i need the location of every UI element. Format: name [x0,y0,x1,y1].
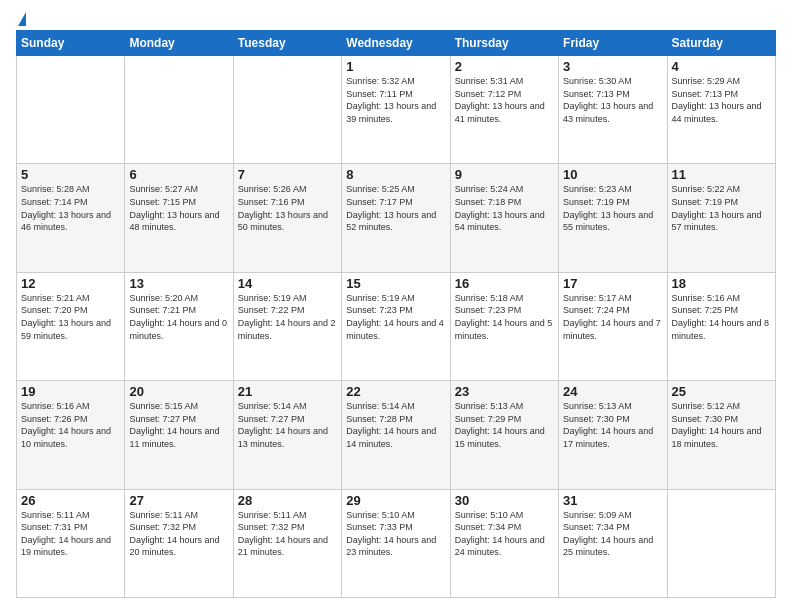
week-row-1: 5Sunrise: 5:28 AM Sunset: 7:14 PM Daylig… [17,164,776,272]
calendar-cell: 28Sunrise: 5:11 AM Sunset: 7:32 PM Dayli… [233,489,341,597]
day-number: 31 [563,493,662,508]
day-info: Sunrise: 5:27 AM Sunset: 7:15 PM Dayligh… [129,183,228,233]
day-info: Sunrise: 5:13 AM Sunset: 7:29 PM Dayligh… [455,400,554,450]
day-info: Sunrise: 5:21 AM Sunset: 7:20 PM Dayligh… [21,292,120,342]
day-info: Sunrise: 5:12 AM Sunset: 7:30 PM Dayligh… [672,400,771,450]
day-info: Sunrise: 5:10 AM Sunset: 7:34 PM Dayligh… [455,509,554,559]
calendar-cell: 7Sunrise: 5:26 AM Sunset: 7:16 PM Daylig… [233,164,341,272]
weekday-header-row: SundayMondayTuesdayWednesdayThursdayFrid… [17,31,776,56]
weekday-header-saturday: Saturday [667,31,775,56]
page: SundayMondayTuesdayWednesdayThursdayFrid… [0,0,792,612]
day-number: 12 [21,276,120,291]
day-info: Sunrise: 5:09 AM Sunset: 7:34 PM Dayligh… [563,509,662,559]
day-number: 19 [21,384,120,399]
day-info: Sunrise: 5:31 AM Sunset: 7:12 PM Dayligh… [455,75,554,125]
weekday-header-sunday: Sunday [17,31,125,56]
day-info: Sunrise: 5:11 AM Sunset: 7:32 PM Dayligh… [129,509,228,559]
day-info: Sunrise: 5:16 AM Sunset: 7:26 PM Dayligh… [21,400,120,450]
day-info: Sunrise: 5:14 AM Sunset: 7:27 PM Dayligh… [238,400,337,450]
weekday-header-monday: Monday [125,31,233,56]
calendar-cell: 17Sunrise: 5:17 AM Sunset: 7:24 PM Dayli… [559,272,667,380]
week-row-0: 1Sunrise: 5:32 AM Sunset: 7:11 PM Daylig… [17,56,776,164]
calendar-cell: 25Sunrise: 5:12 AM Sunset: 7:30 PM Dayli… [667,381,775,489]
day-number: 16 [455,276,554,291]
calendar-cell: 22Sunrise: 5:14 AM Sunset: 7:28 PM Dayli… [342,381,450,489]
top-bar [16,12,776,26]
day-info: Sunrise: 5:14 AM Sunset: 7:28 PM Dayligh… [346,400,445,450]
day-number: 29 [346,493,445,508]
day-number: 24 [563,384,662,399]
calendar-cell: 14Sunrise: 5:19 AM Sunset: 7:22 PM Dayli… [233,272,341,380]
day-info: Sunrise: 5:16 AM Sunset: 7:25 PM Dayligh… [672,292,771,342]
day-number: 30 [455,493,554,508]
calendar-cell: 11Sunrise: 5:22 AM Sunset: 7:19 PM Dayli… [667,164,775,272]
day-number: 8 [346,167,445,182]
day-number: 21 [238,384,337,399]
day-number: 9 [455,167,554,182]
day-info: Sunrise: 5:26 AM Sunset: 7:16 PM Dayligh… [238,183,337,233]
calendar-cell [667,489,775,597]
calendar-cell: 3Sunrise: 5:30 AM Sunset: 7:13 PM Daylig… [559,56,667,164]
calendar-cell: 12Sunrise: 5:21 AM Sunset: 7:20 PM Dayli… [17,272,125,380]
day-info: Sunrise: 5:32 AM Sunset: 7:11 PM Dayligh… [346,75,445,125]
day-number: 10 [563,167,662,182]
day-info: Sunrise: 5:30 AM Sunset: 7:13 PM Dayligh… [563,75,662,125]
day-info: Sunrise: 5:23 AM Sunset: 7:19 PM Dayligh… [563,183,662,233]
day-number: 1 [346,59,445,74]
calendar-cell: 29Sunrise: 5:10 AM Sunset: 7:33 PM Dayli… [342,489,450,597]
calendar-cell: 13Sunrise: 5:20 AM Sunset: 7:21 PM Dayli… [125,272,233,380]
calendar-cell: 21Sunrise: 5:14 AM Sunset: 7:27 PM Dayli… [233,381,341,489]
day-number: 27 [129,493,228,508]
calendar-cell: 15Sunrise: 5:19 AM Sunset: 7:23 PM Dayli… [342,272,450,380]
day-number: 15 [346,276,445,291]
calendar-cell: 5Sunrise: 5:28 AM Sunset: 7:14 PM Daylig… [17,164,125,272]
calendar-cell: 30Sunrise: 5:10 AM Sunset: 7:34 PM Dayli… [450,489,558,597]
day-number: 25 [672,384,771,399]
calendar-cell: 27Sunrise: 5:11 AM Sunset: 7:32 PM Dayli… [125,489,233,597]
day-number: 5 [21,167,120,182]
calendar-cell: 8Sunrise: 5:25 AM Sunset: 7:17 PM Daylig… [342,164,450,272]
logo-triangle-icon [18,12,26,26]
day-info: Sunrise: 5:24 AM Sunset: 7:18 PM Dayligh… [455,183,554,233]
week-row-4: 26Sunrise: 5:11 AM Sunset: 7:31 PM Dayli… [17,489,776,597]
day-number: 7 [238,167,337,182]
day-number: 13 [129,276,228,291]
day-info: Sunrise: 5:11 AM Sunset: 7:31 PM Dayligh… [21,509,120,559]
calendar-cell: 16Sunrise: 5:18 AM Sunset: 7:23 PM Dayli… [450,272,558,380]
day-number: 20 [129,384,228,399]
day-info: Sunrise: 5:18 AM Sunset: 7:23 PM Dayligh… [455,292,554,342]
calendar-table: SundayMondayTuesdayWednesdayThursdayFrid… [16,30,776,598]
logo [16,12,26,26]
calendar-cell: 18Sunrise: 5:16 AM Sunset: 7:25 PM Dayli… [667,272,775,380]
calendar-cell: 31Sunrise: 5:09 AM Sunset: 7:34 PM Dayli… [559,489,667,597]
calendar-cell: 4Sunrise: 5:29 AM Sunset: 7:13 PM Daylig… [667,56,775,164]
day-info: Sunrise: 5:28 AM Sunset: 7:14 PM Dayligh… [21,183,120,233]
calendar-cell: 24Sunrise: 5:13 AM Sunset: 7:30 PM Dayli… [559,381,667,489]
day-info: Sunrise: 5:20 AM Sunset: 7:21 PM Dayligh… [129,292,228,342]
day-info: Sunrise: 5:10 AM Sunset: 7:33 PM Dayligh… [346,509,445,559]
calendar-cell: 9Sunrise: 5:24 AM Sunset: 7:18 PM Daylig… [450,164,558,272]
calendar-cell: 19Sunrise: 5:16 AM Sunset: 7:26 PM Dayli… [17,381,125,489]
day-info: Sunrise: 5:19 AM Sunset: 7:22 PM Dayligh… [238,292,337,342]
calendar-cell: 1Sunrise: 5:32 AM Sunset: 7:11 PM Daylig… [342,56,450,164]
calendar-cell: 2Sunrise: 5:31 AM Sunset: 7:12 PM Daylig… [450,56,558,164]
week-row-3: 19Sunrise: 5:16 AM Sunset: 7:26 PM Dayli… [17,381,776,489]
day-info: Sunrise: 5:29 AM Sunset: 7:13 PM Dayligh… [672,75,771,125]
day-number: 6 [129,167,228,182]
day-number: 14 [238,276,337,291]
week-row-2: 12Sunrise: 5:21 AM Sunset: 7:20 PM Dayli… [17,272,776,380]
calendar-cell: 26Sunrise: 5:11 AM Sunset: 7:31 PM Dayli… [17,489,125,597]
day-info: Sunrise: 5:25 AM Sunset: 7:17 PM Dayligh… [346,183,445,233]
day-info: Sunrise: 5:19 AM Sunset: 7:23 PM Dayligh… [346,292,445,342]
day-info: Sunrise: 5:13 AM Sunset: 7:30 PM Dayligh… [563,400,662,450]
weekday-header-tuesday: Tuesday [233,31,341,56]
day-number: 23 [455,384,554,399]
calendar-cell [125,56,233,164]
calendar-cell: 20Sunrise: 5:15 AM Sunset: 7:27 PM Dayli… [125,381,233,489]
calendar-cell: 23Sunrise: 5:13 AM Sunset: 7:29 PM Dayli… [450,381,558,489]
day-number: 18 [672,276,771,291]
calendar-cell [17,56,125,164]
day-number: 11 [672,167,771,182]
day-number: 3 [563,59,662,74]
weekday-header-friday: Friday [559,31,667,56]
